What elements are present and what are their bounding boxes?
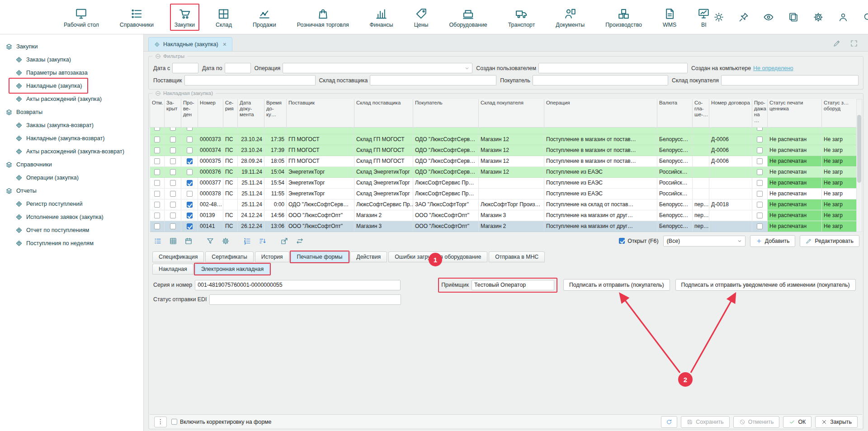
view-filter-select[interactable]: (Все) xyxy=(663,236,745,246)
column-header-buyer_wh[interactable]: Склад покупателя xyxy=(479,99,544,127)
list-view-button[interactable] xyxy=(152,236,163,246)
row-checkbox-closed[interactable] xyxy=(170,147,176,153)
row-checkbox-closed[interactable] xyxy=(170,180,176,186)
column-header-number[interactable]: Номер xyxy=(198,99,223,127)
grid-row-0000375[interactable]: 0000375ПС28.09.2418:05ГП МОГОСТСклад ГП … xyxy=(150,156,857,166)
tab-close-icon[interactable]: × xyxy=(223,41,226,48)
correction-checkbox[interactable]: Включить корректировку на форме xyxy=(171,419,271,425)
row-checkbox-posted[interactable] xyxy=(187,137,193,142)
ok-button[interactable]: ОК xyxy=(783,416,811,428)
row-checkbox-sale[interactable] xyxy=(757,137,763,142)
nav-item-9[interactable]: Оборудование xyxy=(446,5,490,29)
grid-view-button[interactable] xyxy=(168,236,179,246)
row-checkbox-marked[interactable] xyxy=(154,147,160,153)
tree-item[interactable]: Операции (закупка) xyxy=(10,171,83,184)
row-checkbox-posted[interactable] xyxy=(187,202,193,208)
more-menu-button[interactable]: ⋮ xyxy=(154,417,167,427)
gear-icon[interactable] xyxy=(813,12,824,23)
row-checkbox-posted[interactable] xyxy=(187,158,193,164)
tree-item[interactable]: Поступления по неделям xyxy=(10,237,98,250)
export-button[interactable] xyxy=(279,236,290,246)
row-checkbox-marked[interactable] xyxy=(154,158,160,164)
row-checkbox-sale[interactable] xyxy=(757,180,763,186)
grid-row-0000374[interactable]: 0000374ПС23.10.2417:39ГП МОГОСТСклад ГП … xyxy=(150,145,857,156)
tab-Отправка в МНС[interactable]: Отправка в МНС xyxy=(489,251,545,262)
row-checkbox-sale[interactable] xyxy=(757,191,763,197)
nav-item-4[interactable]: Склад xyxy=(212,5,235,29)
grid-row-002-48…[interactable]: 002-48…25.11.240:00ОДО "ЛюксСофтСерв…Люк… xyxy=(150,199,857,210)
row-checkbox-marked[interactable] xyxy=(154,180,160,186)
nav-item-13[interactable]: WMS xyxy=(660,5,679,29)
row-checkbox-marked[interactable] xyxy=(154,137,160,142)
tree-group[interactable]: Отчеты xyxy=(0,184,41,197)
receiver-input[interactable] xyxy=(472,280,554,290)
column-header-series[interactable]: Се- рия xyxy=(223,99,238,127)
column-header-currency[interactable]: Валюта xyxy=(657,99,693,127)
pin-icon[interactable] xyxy=(738,12,749,23)
tree-group[interactable]: Возвраты xyxy=(0,105,47,118)
grid-row-0000378[interactable]: 0000378ПС25.11.2411:55ЭнергетикТоргСклад… xyxy=(150,188,857,199)
transfer-button[interactable] xyxy=(294,236,305,246)
column-header-contract[interactable]: Номер договора xyxy=(709,99,752,127)
tab-Сертификаты[interactable]: Сертификаты xyxy=(205,251,253,262)
row-checkbox-closed[interactable] xyxy=(170,137,176,142)
tree-group[interactable]: Справочники xyxy=(0,158,57,171)
nav-item-6[interactable]: Розничная торговля xyxy=(294,5,352,29)
tree-item[interactable]: Отчет по поступлениям xyxy=(10,223,94,237)
tree-item[interactable]: Накладные (закупка) xyxy=(10,79,87,92)
settings-button[interactable] xyxy=(220,236,231,246)
grid-row-0000373[interactable]: 0000373ПС23.10.2417:35ГП МОГОСТСклад ГП … xyxy=(150,134,857,145)
scrollbar-thumb[interactable] xyxy=(857,115,861,183)
cancel-button[interactable]: Отменить xyxy=(733,416,780,428)
filter-button[interactable] xyxy=(205,236,216,246)
nav-item-3[interactable]: Закупки xyxy=(171,5,198,29)
row-checkbox-posted[interactable] xyxy=(187,169,193,175)
add-button[interactable]: Добавить xyxy=(750,235,796,247)
created-by-input[interactable] xyxy=(538,63,688,73)
column-header-supplier[interactable]: Поставщик xyxy=(287,99,354,127)
column-header-agreement[interactable]: Со- гла- ше-… xyxy=(693,99,709,127)
close-button[interactable]: Закрыть xyxy=(815,416,858,428)
user-icon[interactable] xyxy=(838,12,849,23)
column-header-posted[interactable]: Про- ве- ден xyxy=(181,99,198,127)
edi-status-input[interactable] xyxy=(209,294,401,305)
grid-row-00141[interactable]: 00141ПС26.12.2413:06ООО "ЛюксСофтОпт"Маг… xyxy=(150,221,857,232)
tree-group[interactable]: Закупки xyxy=(0,40,42,53)
grid-row-0000377[interactable]: 0000377ПС25.11.2415:54ЭнергетикТоргСклад… xyxy=(150,177,857,188)
calendar-button[interactable] xyxy=(183,236,194,246)
column-header-time[interactable]: Время до- ку… xyxy=(264,99,287,127)
edit-view-icon[interactable] xyxy=(833,39,841,47)
row-checkbox-posted[interactable] xyxy=(187,191,193,197)
tree-item[interactable]: Исполнение заявок (закупка) xyxy=(10,210,108,223)
row-checkbox-closed[interactable] xyxy=(170,158,176,164)
row-checkbox-posted[interactable] xyxy=(187,223,193,229)
column-header-print_status[interactable]: Статус печати ценника xyxy=(768,99,822,127)
buyer-wh-input[interactable] xyxy=(721,75,859,85)
nav-item-10[interactable]: Транспорт xyxy=(505,5,538,29)
date-from-input[interactable] xyxy=(172,63,198,73)
operation-select[interactable] xyxy=(283,63,472,73)
row-checkbox-posted[interactable] xyxy=(187,213,193,218)
tree-item[interactable]: Заказы (закупка) xyxy=(10,53,75,66)
tab-История[interactable]: История xyxy=(255,251,289,262)
row-checkbox-sale[interactable] xyxy=(757,147,763,153)
supplier-input[interactable] xyxy=(184,75,316,85)
collapse-filters-icon[interactable] xyxy=(155,53,161,59)
sign-send-notice-button[interactable]: Подписать и отправить уведомление об изм… xyxy=(675,279,856,291)
tab-Действия[interactable]: Действия xyxy=(350,251,387,262)
tab-nakladnye-zakupka[interactable]: Накладные (закупка) × xyxy=(148,37,232,51)
subtab-Электронная накладная[interactable]: Электронная накладная xyxy=(195,264,270,275)
column-header-operation[interactable]: Операция xyxy=(544,99,657,127)
row-checkbox-sale[interactable] xyxy=(757,223,763,229)
nav-item-14[interactable]: BI xyxy=(694,5,713,29)
row-checkbox-posted[interactable] xyxy=(187,180,193,186)
created-on-link[interactable]: Не определено xyxy=(753,65,793,71)
row-checkbox-closed[interactable] xyxy=(170,202,176,208)
row-checkbox-marked[interactable] xyxy=(154,202,160,208)
date-to-input[interactable] xyxy=(225,63,251,73)
tree-item[interactable]: Накладные (закупка-возврат) xyxy=(10,132,109,145)
column-header-marked[interactable]: Отм. xyxy=(150,99,165,127)
row-checkbox-marked[interactable] xyxy=(154,223,160,229)
nav-item-1[interactable]: Рабочий стол xyxy=(61,5,102,29)
nav-item-7[interactable]: Финансы xyxy=(367,5,396,29)
